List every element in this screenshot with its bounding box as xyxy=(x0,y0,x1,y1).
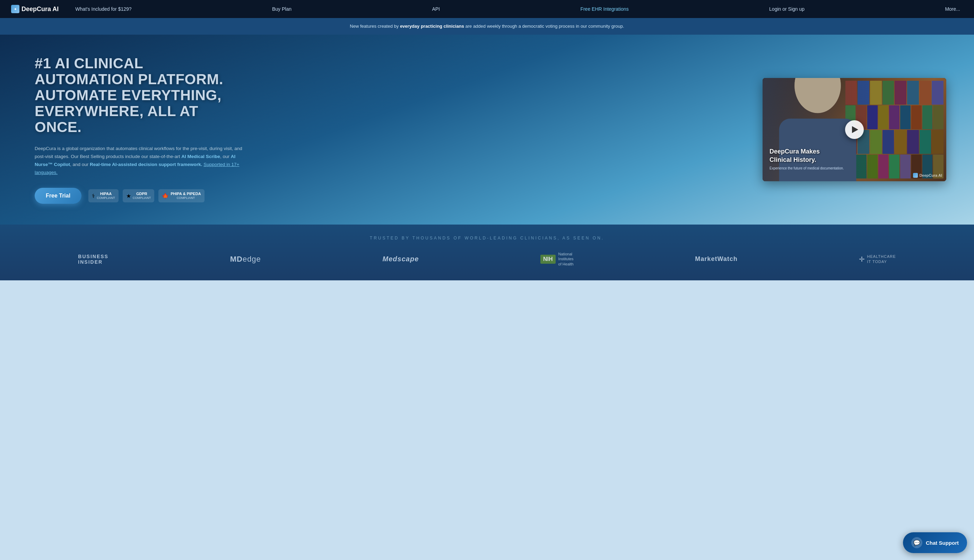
logos-row: BUSINESSINSIDER MDedge Medscape NIH Nati… xyxy=(21,252,953,267)
navbar: ✦ DeepCura AI What's Included for $129? … xyxy=(0,0,974,18)
marketwatch-text: MarketWatch xyxy=(695,255,737,263)
logo-text: DeepCura AI xyxy=(22,5,58,13)
video-watermark: DeepCura AI xyxy=(913,173,942,178)
hero-description: DeepCura is a global organization that a… xyxy=(35,145,243,177)
video-subtitle: Experience the future of medical documen… xyxy=(769,166,844,170)
logo-nih: NIH NationalInstitutesof Health xyxy=(540,252,574,267)
healthcare-cross-icon: ✛ xyxy=(859,255,865,263)
chat-icon: 💬 xyxy=(911,537,922,548)
trusted-section: TRUSTED BY THOUSANDS OF WORLD-LEADING CL… xyxy=(0,225,974,280)
badge-phipa: 🍁 PHIPA & PIPEDACOMPLIANT xyxy=(158,189,204,202)
logo-medscape: Medscape xyxy=(383,255,419,263)
phipa-label: PHIPA & PIPEDACOMPLIANT xyxy=(170,191,201,200)
video-title: DeepCura MakesClinical History. xyxy=(769,148,820,164)
play-icon xyxy=(852,126,858,133)
nav-link-more[interactable]: More... xyxy=(942,5,963,13)
announcement-banner: New features created by everyday practic… xyxy=(0,18,974,35)
medscape-text: Medscape xyxy=(383,255,419,263)
logo-business-insider: BUSINESSINSIDER xyxy=(78,254,108,265)
logo-marketwatch: MarketWatch xyxy=(695,255,737,263)
banner-text-after: are added weekly through a democratic vo… xyxy=(464,23,624,29)
logo-healthcare-today: ✛ HealthcareIT TODAY xyxy=(859,254,896,264)
video-background: DeepCura MakesClinical History. Experien… xyxy=(762,78,946,181)
hero-content: #1 AI CLINICAL AUTOMATION PLATFORM. AUTO… xyxy=(35,55,243,204)
nav-link-login[interactable]: Login or Sign up xyxy=(766,5,807,13)
hipaa-label: HIPAACOMPLIANT xyxy=(97,191,115,200)
link-decision-support[interactable]: Real-time AI-assisted decision support f… xyxy=(90,162,202,167)
banner-bold: everyday practicing clinicians xyxy=(400,23,464,29)
svg-point-2 xyxy=(794,78,841,113)
nav-links: What's Included for $129? Buy Plan API F… xyxy=(72,5,963,13)
hero-title: #1 AI CLINICAL AUTOMATION PLATFORM. AUTO… xyxy=(35,55,243,135)
business-insider-text: BUSINESSINSIDER xyxy=(78,254,108,265)
nih-text: NationalInstitutesof Health xyxy=(559,252,574,267)
play-button[interactable] xyxy=(845,120,864,139)
gdpr-label: GDPRCOMPLIANT xyxy=(133,191,151,200)
logo-icon: ✦ xyxy=(11,5,19,13)
logo-mdedge: MDedge xyxy=(230,255,261,264)
watermark-text: DeepCura AI xyxy=(919,173,942,177)
chat-support-label: Chat Support xyxy=(926,540,959,546)
watermark-icon xyxy=(913,173,918,178)
phipa-icon: 🍁 xyxy=(162,193,169,199)
nav-link-ehr[interactable]: Free EHR Integrations xyxy=(577,5,631,13)
nih-box: NIH xyxy=(540,255,555,264)
compliance-badges: ⚕ HIPAACOMPLIANT ★ GDPRCOMPLIANT 🍁 PHIPA… xyxy=(88,189,204,202)
trusted-label: TRUSTED BY THOUSANDS OF WORLD-LEADING CL… xyxy=(21,236,953,240)
video-container[interactable]: DeepCura MakesClinical History. Experien… xyxy=(762,78,946,181)
hero-video-panel: DeepCura MakesClinical History. Experien… xyxy=(762,78,946,181)
nav-link-api[interactable]: API xyxy=(429,5,443,13)
badge-gdpr: ★ GDPRCOMPLIANT xyxy=(123,189,155,202)
gdpr-icon: ★ xyxy=(126,193,131,199)
chat-support-button[interactable]: 💬 Chat Support xyxy=(903,532,967,553)
logo[interactable]: ✦ DeepCura AI xyxy=(11,5,58,13)
link-ai-scribe[interactable]: AI Medical Scribe xyxy=(181,154,220,159)
hero-actions: Free Trial ⚕ HIPAACOMPLIANT ★ GDPRCOMPLI… xyxy=(35,188,243,204)
healthcare-today-text: HealthcareIT TODAY xyxy=(867,254,896,264)
mdedge-text: MDedge xyxy=(230,255,261,264)
hero-section: #1 AI CLINICAL AUTOMATION PLATFORM. AUTO… xyxy=(0,35,974,225)
free-trial-button[interactable]: Free Trial xyxy=(35,188,82,204)
badge-hipaa: ⚕ HIPAACOMPLIANT xyxy=(88,189,118,202)
banner-text-before: New features created by xyxy=(350,23,400,29)
hipaa-icon: ⚕ xyxy=(92,193,95,199)
nav-link-pricing[interactable]: What's Included for $129? xyxy=(72,5,134,13)
nav-link-buy[interactable]: Buy Plan xyxy=(269,5,294,13)
